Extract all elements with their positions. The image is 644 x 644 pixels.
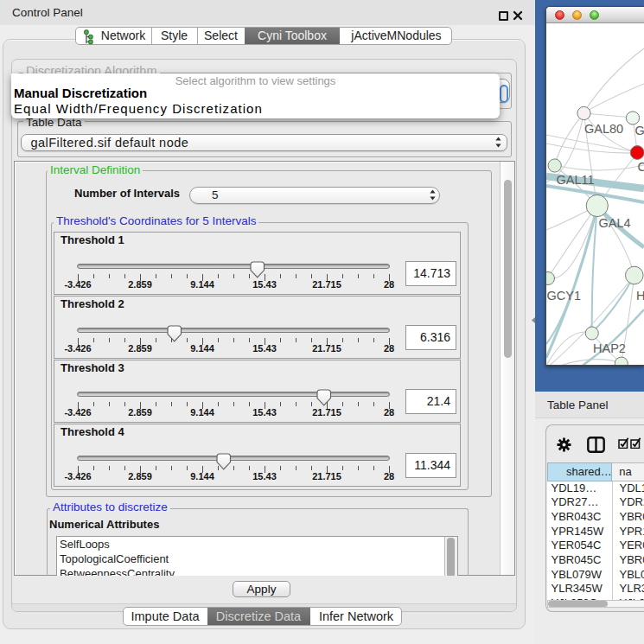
svg-text:GAL4: GAL4 [599,215,631,229]
svg-text:CD: CD [638,159,644,173]
svg-text:H: H [636,288,644,302]
svg-text:GAL80: GAL80 [584,121,623,135]
svg-text:GCY1: GCY1 [547,288,582,302]
svg-text:GAL11: GAL11 [557,172,595,186]
svg-text:HAP2: HAP2 [593,341,626,354]
svg-text:GA: GA [635,123,644,137]
